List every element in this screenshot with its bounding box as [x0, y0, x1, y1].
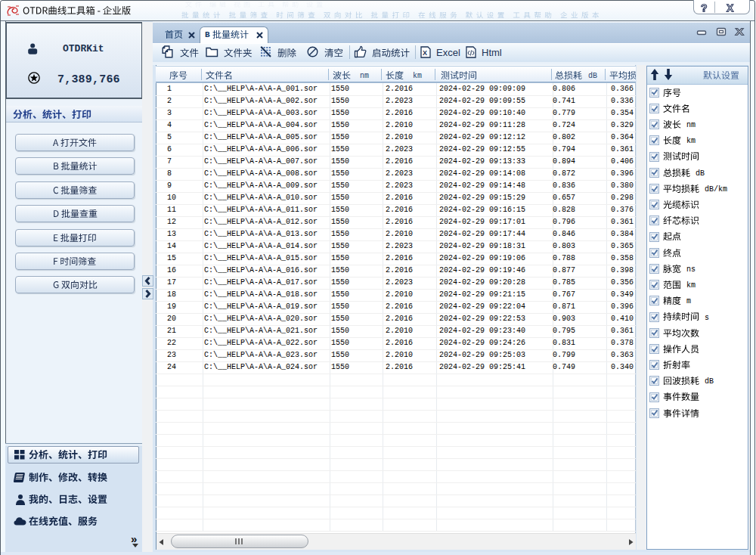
svg-text:X: X — [423, 49, 427, 57]
